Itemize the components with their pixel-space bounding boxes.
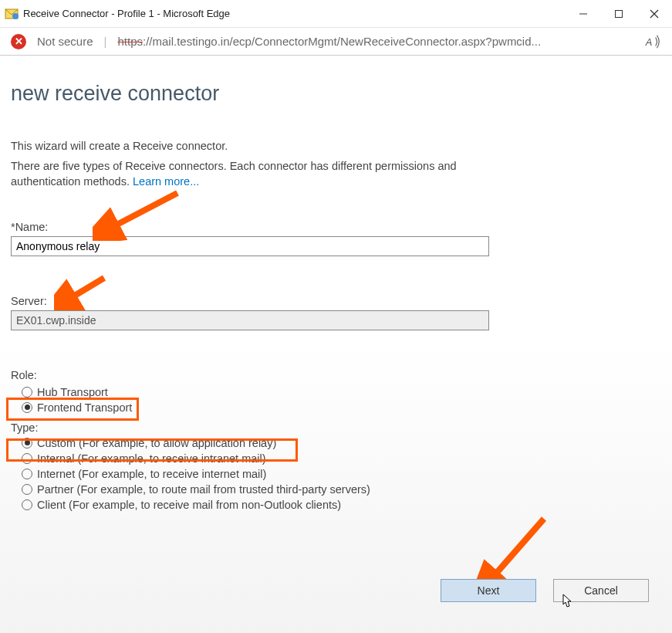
- svg-line-7: [108, 193, 177, 229]
- url-text[interactable]: https://mail.testingo.in/ecp/ConnectorMg…: [117, 35, 633, 48]
- role-label: Role:: [11, 369, 661, 381]
- radio-label: Hub Transport: [37, 386, 108, 398]
- window-title: Receive Connector - Profile 1 - Microsof…: [23, 8, 230, 19]
- type-option-internet[interactable]: Internet (For example, to receive intern…: [22, 468, 661, 480]
- radio-label: Partner (For example, to route mail from…: [37, 483, 370, 496]
- url-path: ://mail.testingo.in/ecp/ConnectorMgmt/Ne…: [143, 35, 541, 48]
- radio-icon: [22, 469, 32, 479]
- radio-label: Frontend Transport: [37, 401, 132, 414]
- svg-line-9: [490, 519, 544, 581]
- radio-label: Internet (For example, to receive intern…: [37, 468, 266, 480]
- minimize-button[interactable]: [566, 0, 601, 28]
- app-icon: [5, 7, 19, 21]
- radio-icon: [22, 402, 32, 413]
- annotation-arrow-icon: [54, 272, 116, 310]
- type-option-custom[interactable]: Custom (For example, to allow applicatio…: [22, 437, 661, 449]
- next-button[interactable]: Next: [441, 579, 536, 602]
- url-separator: |: [104, 35, 107, 48]
- footer-buttons: Next Cancel: [441, 579, 649, 602]
- type-option-partner[interactable]: Partner (For example, to route mail from…: [22, 483, 661, 496]
- name-input[interactable]: [11, 236, 489, 256]
- close-button[interactable]: [637, 0, 672, 28]
- svg-point-1: [12, 13, 19, 19]
- type-option-internal[interactable]: Internal (For example, to receive intran…: [22, 452, 661, 465]
- radio-icon: [22, 453, 32, 464]
- server-input[interactable]: [11, 310, 489, 330]
- window-titlebar: Receive Connector - Profile 1 - Microsof…: [0, 0, 672, 28]
- url-scheme: https: [117, 35, 143, 48]
- maximize-button[interactable]: [601, 0, 637, 28]
- radio-icon: [22, 438, 32, 449]
- learn-more-link[interactable]: Learn more...: [133, 175, 199, 188]
- type-option-client[interactable]: Client (For example, to receive mail fro…: [22, 499, 661, 511]
- role-radio-group: Hub Transport Frontend Transport: [11, 386, 661, 414]
- svg-rect-3: [616, 10, 623, 17]
- address-bar: ✕ Not secure | https://mail.testingo.in/…: [0, 28, 672, 56]
- radio-icon: [22, 484, 32, 495]
- page-content: new receive connector This wizard will c…: [0, 56, 672, 633]
- radio-label: Client (For example, to receive mail fro…: [37, 499, 341, 511]
- read-aloud-icon[interactable]: A: [644, 33, 661, 50]
- not-secure-icon[interactable]: ✕: [11, 34, 26, 49]
- type-label: Type:: [11, 421, 661, 434]
- window-controls: [566, 0, 672, 28]
- svg-text:A: A: [645, 36, 653, 47]
- annotation-arrow-icon: [93, 187, 185, 241]
- intro-text-2: There are five types of Receive connecto…: [11, 158, 505, 190]
- role-option-hub[interactable]: Hub Transport: [22, 386, 661, 398]
- not-secure-label: Not secure: [37, 35, 93, 48]
- role-option-frontend[interactable]: Frontend Transport: [22, 401, 661, 414]
- radio-label: Internal (For example, to receive intran…: [37, 452, 266, 465]
- radio-label: Custom (For example, to allow applicatio…: [37, 437, 276, 449]
- page-title: new receive connector: [11, 82, 661, 106]
- intro-text-2a: There are five types of Receive connecto…: [11, 160, 457, 188]
- radio-icon: [22, 499, 32, 510]
- cancel-button[interactable]: Cancel: [553, 579, 649, 602]
- intro-text-1: This wizard will create a Receive connec…: [11, 140, 661, 152]
- radio-icon: [22, 387, 32, 398]
- svg-line-8: [66, 278, 104, 301]
- titlebar-left: Receive Connector - Profile 1 - Microsof…: [5, 7, 230, 21]
- type-radio-group: Custom (For example, to allow applicatio…: [11, 437, 661, 511]
